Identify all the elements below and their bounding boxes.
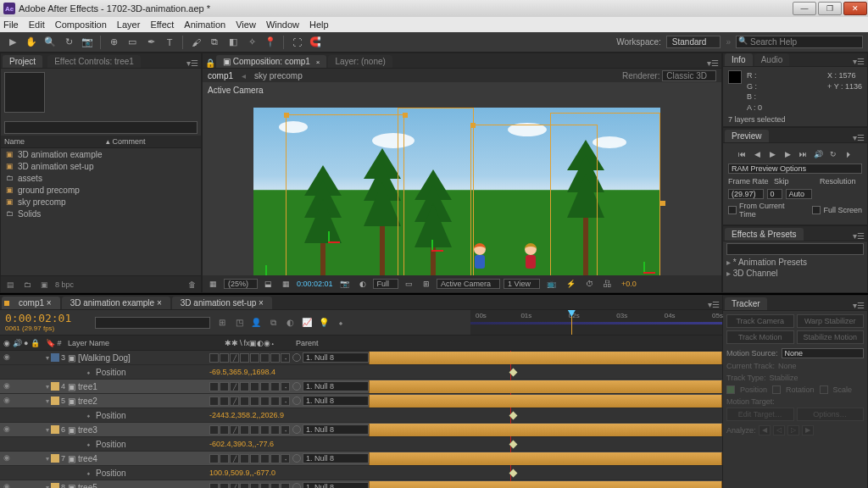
eraser-tool-icon[interactable]: ◧ [225, 35, 241, 50]
workspace-dropdown[interactable]: Standard [666, 36, 721, 48]
switch-quality[interactable]: ╱ [230, 353, 239, 363]
switch-quality[interactable]: ╱ [230, 382, 239, 391]
window-close-button[interactable]: ✕ [843, 2, 867, 15]
twirl-icon[interactable]: ▾ [46, 426, 49, 434]
window-minimize-button[interactable]: — [793, 2, 816, 15]
timeline-property-row[interactable]: Position-2443.2,358.2,,2026.9 [0, 408, 722, 423]
layer-bar[interactable] [369, 395, 722, 408]
options-button[interactable]: Options… [797, 408, 865, 421]
last-frame-button[interactable]: ⏭ [796, 148, 810, 160]
visibility-toggle[interactable]: ◉ [2, 453, 12, 463]
switch-collapse[interactable] [220, 425, 229, 435]
label-color-chip[interactable] [51, 353, 59, 362]
effects-category[interactable]: 3D Channel [726, 268, 864, 279]
transform-handle[interactable] [660, 201, 665, 206]
property-track[interactable] [369, 408, 722, 422]
timeline-layer-row[interactable]: ◉▾5▣tree2╱⬩1. Null 8 [0, 394, 722, 408]
switch-motionblur[interactable] [260, 425, 270, 435]
switch-frameblend[interactable] [250, 353, 259, 363]
switch-motionblur[interactable] [260, 396, 270, 406]
layer-name[interactable]: ▣tree5 [68, 483, 208, 489]
parent-pickwhip[interactable] [292, 382, 301, 391]
resolution-dropdown[interactable]: Full [373, 279, 399, 289]
layer-name[interactable]: ▣[Walking Dog] [68, 353, 208, 363]
search-help-input[interactable]: Search Help [736, 36, 863, 48]
switch-fx[interactable] [240, 454, 249, 463]
project-item[interactable]: ▣3D animation example [1, 148, 201, 160]
parent-dropdown[interactable]: 1. Null 8 [303, 352, 369, 363]
layer-track[interactable] [369, 394, 722, 408]
from-current-checkbox[interactable] [728, 206, 737, 214]
project-col-comment[interactable]: ▴ Comment [106, 137, 146, 146]
switch-shy[interactable] [209, 396, 219, 406]
keyframe[interactable] [509, 469, 517, 478]
switch-fx[interactable] [240, 425, 249, 435]
twirl-icon[interactable]: ▾ [46, 354, 49, 362]
switch-adjustment[interactable] [270, 483, 280, 489]
timeline-property-row[interactable]: Position-69.5,365.9,,1698.4 [0, 365, 722, 380]
current-time-indicator[interactable] [571, 310, 572, 335]
mute-button[interactable]: 🔊 [811, 148, 825, 160]
switch-fx[interactable] [240, 382, 249, 391]
visibility-toggle[interactable]: ◉ [2, 482, 12, 488]
parent-pickwhip[interactable] [292, 454, 301, 463]
switch-shy[interactable] [209, 382, 219, 391]
switch-frameblend[interactable] [250, 396, 259, 406]
menu-edit[interactable]: Edit [29, 19, 45, 30]
effects-category[interactable]: * Animation Presets [726, 257, 864, 268]
layername-column-header[interactable]: Layer Name [68, 339, 208, 347]
timeline-property-row[interactable]: Position100.9,509.9,,-677.0 [0, 466, 722, 480]
parent-dropdown[interactable]: 1. Null 8 [303, 424, 369, 435]
twirl-icon[interactable]: ▾ [46, 383, 49, 391]
transparency-icon[interactable]: ▦ [279, 279, 293, 289]
label-color-chip[interactable] [51, 483, 59, 488]
label-color-chip[interactable] [51, 382, 59, 391]
prev-frame-button[interactable]: ◀ [750, 148, 764, 160]
warp-stabilizer-button[interactable]: Warp Stabilizer [797, 314, 865, 328]
tab-tracker[interactable]: Tracker [725, 297, 767, 310]
switch-3d[interactable]: ⬩ [281, 454, 290, 463]
anchor-tool-icon[interactable]: ⊕ [106, 35, 121, 50]
menu-file[interactable]: File [3, 19, 19, 30]
view-dropdown[interactable]: Active Camera [437, 279, 500, 289]
grid-icon[interactable]: ▦ [206, 279, 220, 289]
track-camera-button[interactable]: Track Camera [726, 314, 794, 328]
axis-tool-icon[interactable]: ⛶ [289, 35, 304, 50]
comp-mini-flowchart-icon[interactable]: ⊞ [215, 316, 229, 330]
switch-3d[interactable]: ⬩ [281, 396, 290, 406]
property-value[interactable]: -2443.2,358.2,,2026.9 [209, 411, 284, 419]
transform-handle[interactable] [403, 113, 408, 118]
layer-track[interactable] [369, 480, 722, 488]
switch-collapse[interactable] [220, 483, 229, 489]
visibility-toggle[interactable]: ◉ [2, 424, 12, 435]
panel-menu-icon[interactable]: ▾☰ [186, 58, 199, 68]
tab-effect-controls[interactable]: Effect Controls: tree1 [47, 55, 141, 68]
analyze-step-fwd-button[interactable]: ▷ [787, 425, 799, 435]
tab-preview[interactable]: Preview [725, 130, 769, 142]
pen-tool-icon[interactable]: ✒ [143, 35, 159, 50]
selection-bbox[interactable] [398, 108, 474, 275]
comp-breadcrumb-item[interactable]: comp1 [208, 71, 233, 80]
switch-fx[interactable] [240, 483, 249, 489]
label-color-chip[interactable] [51, 454, 59, 463]
scale-checkbox[interactable] [820, 385, 828, 394]
switch-3d[interactable]: ⬩ [281, 483, 290, 489]
parent-dropdown[interactable]: 1. Null 8 [303, 453, 369, 463]
switch-fx[interactable] [240, 396, 249, 406]
panel-menu-icon[interactable]: ▾☰ [852, 301, 865, 310]
switch-shy[interactable] [209, 425, 219, 435]
flowchart-icon[interactable]: 品 [600, 278, 615, 291]
timeline-search-input[interactable] [95, 317, 210, 329]
project-item[interactable]: ▣3D animation set-up [1, 160, 201, 172]
keyframe[interactable] [509, 441, 517, 449]
property-track[interactable] [369, 466, 722, 480]
ram-preview-button[interactable]: ⏵ [842, 148, 855, 160]
motion-source-dropdown[interactable]: None [782, 348, 864, 358]
layer-track[interactable] [369, 452, 722, 465]
selection-tool-icon[interactable]: ▶ [5, 35, 20, 50]
project-item[interactable]: 🗀Solids [1, 208, 201, 219]
switch-collapse[interactable] [220, 353, 229, 363]
switch-fx[interactable] [240, 353, 249, 363]
property-value[interactable]: -602.4,390.3,,-77.6 [209, 440, 274, 448]
loop-button[interactable]: ↻ [826, 148, 840, 160]
